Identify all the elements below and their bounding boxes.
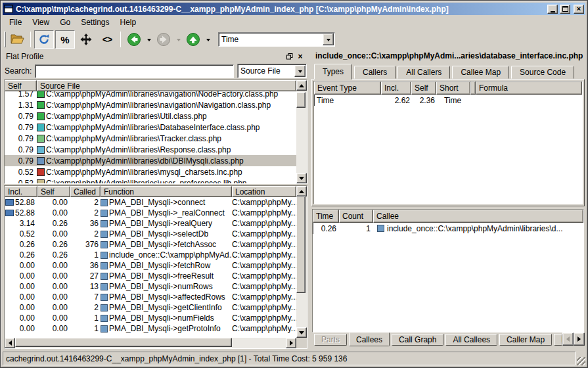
scrollbar-thumb[interactable] [15,338,232,347]
source-file-row[interactable]: 0.52C:\xampp\phpMyAdmin\libraries\mysql_… [5,166,296,177]
scroll-down-button[interactable] [296,173,307,183]
called-count-value: 1 [70,250,101,260]
function-row[interactable]: 3.140.2636PMA_DBI_Mysqli->realQueryC:\xa… [5,218,296,229]
tab-source-code[interactable]: Source Code [511,66,574,79]
function-row[interactable]: 0.000.0027PMA_DBI_Mysqli->freeResultC:\x… [5,271,296,281]
column-header-short[interactable]: Short [436,81,470,95]
source-file-row[interactable]: 0.52C:\xampp\phpMyAdmin\libraries\user_p… [5,177,296,183]
incl-cost-cell: 0.00 [5,303,37,312]
reload-button[interactable] [34,30,54,49]
search-input[interactable] [35,64,234,78]
source-file-row[interactable]: 1.31C:\xampp\phpMyAdmin\libraries\naviga… [5,99,296,110]
tab-callees[interactable]: Callees [349,333,390,346]
function-row[interactable]: 0.000.001PMA_DBI_Mysqli->getProtoInfoC:\… [5,323,296,334]
open-file-button[interactable] [7,30,27,49]
percent-icon: % [60,34,69,45]
back-button[interactable] [124,30,144,49]
menu-view[interactable]: View [27,16,55,28]
move-mode-button[interactable] [76,30,96,49]
column-header-self[interactable]: Self [37,186,70,197]
scrollbar-track[interactable] [296,91,307,173]
column-header-formula[interactable]: Formula [476,81,582,95]
function-row[interactable]: 0.260.261include_once::C:\xampp\phpMyAd.… [5,250,296,260]
titlebar[interactable]: C:\xampp\tmp\cachegrind.out.1416463299-C… [3,3,585,15]
function-row[interactable]: 0.000.0013PMA_DBI_Mysqli->numRowsC:\xamp… [5,281,296,292]
horizontal-scrollbar[interactable] [5,338,307,348]
scrollbar-thumb[interactable] [296,92,305,108]
scrollbar-thumb[interactable] [296,196,305,293]
source-file-row[interactable]: 0.79C:\xampp\phpMyAdmin\libraries\dbi\DB… [5,155,296,166]
function-row[interactable]: 0.000.007PMA_DBI_Mysqli->affectedRowsC:\… [5,292,296,302]
menu-settings[interactable]: Settings [76,16,114,28]
called-count-value: 376 [70,240,101,249]
function-row[interactable]: 0.000.001PMA_DBI_Mysqli->numFieldsC:\xam… [5,313,296,323]
column-header-self[interactable]: Self [411,81,436,95]
column-header-location[interactable]: Location [232,186,296,197]
tab-all-callees[interactable]: All Callees [445,334,497,346]
toolbar-handle[interactable] [4,32,6,47]
tab-all-callers[interactable]: All Callers [397,66,450,79]
move-icon [79,33,93,46]
scrollbar-track[interactable] [296,196,307,327]
column-header-source-file[interactable]: Source File [37,80,296,91]
resize-grip[interactable] [577,357,585,365]
back-dropdown[interactable] [145,30,152,49]
source-file-row[interactable]: 0.79C:\xampp\phpMyAdmin\libraries\Util.c… [5,110,296,122]
column-header-called[interactable]: Called [70,186,101,197]
scroll-right-button[interactable] [286,338,296,348]
function-row[interactable]: 0.000.002PMA_DBI_Mysqli->getClientInfoC:… [5,302,296,313]
maximize-button[interactable] [560,5,570,14]
close-dock-button[interactable]: × [295,52,305,61]
relative-percent-toggle[interactable]: % [55,30,75,49]
tab-callee-map[interactable]: Callee Map [452,66,509,79]
menu-go[interactable]: Go [55,16,76,28]
float-dock-button[interactable] [284,52,295,61]
scroll-down-button[interactable] [296,327,307,338]
up-button[interactable] [183,30,203,49]
column-header-callee[interactable]: Callee [373,210,583,223]
self-cost-value: 0.00 [37,282,70,291]
column-header-count[interactable]: Count [339,210,373,223]
function-row[interactable]: 52.880.002PMA_DBI_Mysqli->_realConnectC:… [5,208,296,218]
menu-file[interactable]: File [4,16,27,28]
column-header-incl[interactable]: Incl. [5,186,37,197]
function-row[interactable]: 0.000.0036PMA_DBI_Mysqli->fetchRowC:\xam… [5,260,296,271]
scroll-up-button[interactable] [296,80,307,91]
column-header-function[interactable]: Function [101,186,232,197]
event-type-dropdown-button[interactable] [323,34,334,45]
close-button[interactable]: × [574,5,584,14]
scroll-up-button[interactable] [296,186,307,196]
column-header-time[interactable]: Time [313,210,339,223]
cycle-detection-button[interactable]: <> [97,30,117,49]
tab-caller-map[interactable]: Caller Map [499,334,552,346]
event-type-select[interactable]: Time [218,32,335,47]
function-row[interactable]: 0.520.002PMA_DBI_Mysqli->selectDbC:\xamp… [5,229,296,239]
tab-types[interactable]: Types [314,64,352,80]
source-file-row[interactable]: 0.79C:\xampp\phpMyAdmin\libraries\Databa… [5,122,296,133]
source-file-row[interactable]: 1.57C:\xampp\phpMyAdmin\libraries\naviga… [5,91,296,99]
tab-scroll-right-button[interactable] [574,333,585,346]
tab-callers[interactable]: Callers [354,66,396,79]
source-file-row[interactable]: 0.79C:\xampp\phpMyAdmin\libraries\Respon… [5,144,296,155]
self-cost-value: 1.57 [5,91,37,99]
vertical-scrollbar[interactable] [296,80,307,183]
menu-help[interactable]: Help [115,16,142,28]
source-file-row[interactable]: 0.79C:\xampp\phpMyAdmin\libraries\Tracke… [5,133,296,144]
vertical-scrollbar[interactable] [296,186,307,338]
column-header-event-type[interactable]: Event Type [314,81,381,95]
scroll-left-button[interactable] [5,338,15,348]
event-type-row[interactable]: Time 2.62 2.36 Time [314,95,582,106]
up-dropdown[interactable] [204,30,212,49]
function-row[interactable]: 52.880.002PMA_DBI_Mysqli->connectC:\xamp… [5,197,296,208]
column-header-incl[interactable]: Incl. [381,81,411,95]
function-row[interactable]: 0.260.26376PMA_DBI_Mysqli->fetchAssocC:\… [5,239,296,250]
minimize-button[interactable] [547,5,558,14]
grouping-dropdown-button[interactable] [294,65,305,77]
tab-call-graph[interactable]: Call Graph [392,334,443,346]
grouping-select[interactable]: Source File [237,64,307,78]
callee-row[interactable]: 0.26 1 include_once::C:\xampp\phpMyAdmin… [313,223,583,234]
column-header-self[interactable]: Self [5,80,37,91]
dock-titlebar[interactable]: Flat Profile × [4,51,307,62]
scrollbar-track[interactable] [15,338,286,348]
tab-machine[interactable]: Machine [554,334,562,346]
